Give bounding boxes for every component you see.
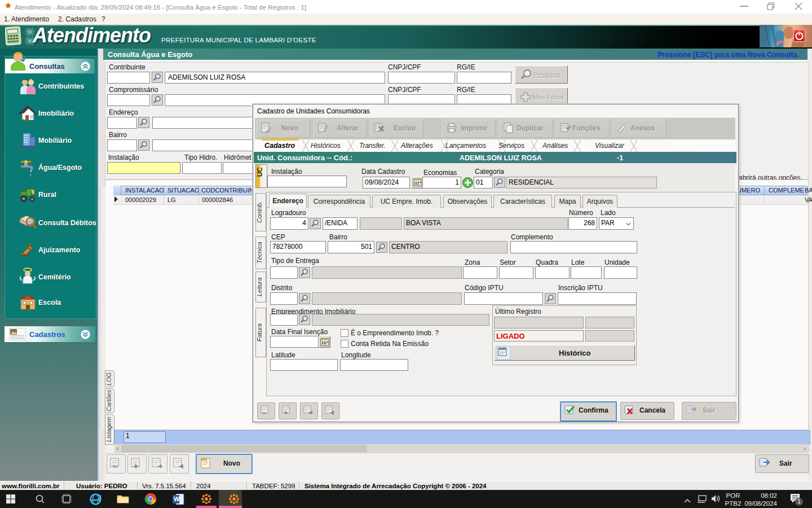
svg-text:W: W: [174, 496, 180, 502]
